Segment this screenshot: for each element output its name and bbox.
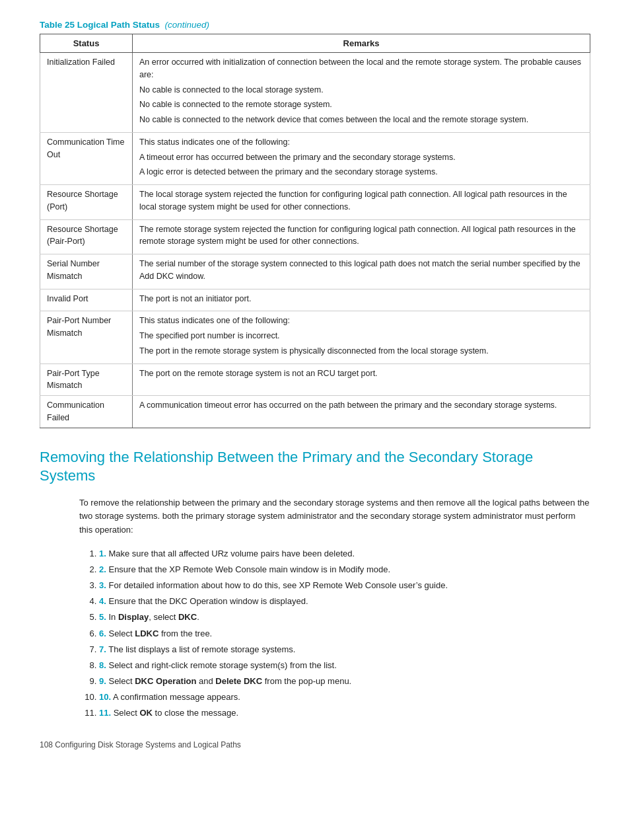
remarks-cell: The remote storage system rejected the f… <box>133 219 590 254</box>
status-cell: Initialization Failed <box>40 53 133 133</box>
remarks-cell: This status indicates one of the followi… <box>133 132 590 184</box>
status-column-header: Status <box>40 34 133 53</box>
status-cell: Invalid Port <box>40 289 133 311</box>
step-item: 10. A confirmation message appears. <box>99 690 590 705</box>
table-row: Communication FailedA communication time… <box>40 396 590 428</box>
step-number: 1. <box>99 549 106 558</box>
table-continued: (continued) <box>165 20 210 30</box>
status-cell: Communication Time Out <box>40 132 133 184</box>
table-row: Invalid PortThe port is not an initiator… <box>40 289 590 311</box>
table-title-text: Table 25 Logical Path Status <box>40 20 160 30</box>
section-heading: Removing the Relationship Between the Pr… <box>40 448 590 486</box>
remark-item: The port on the remote storage system is… <box>139 367 583 380</box>
step-number: 7. <box>99 644 106 654</box>
step-number: 9. <box>99 676 106 686</box>
remark-item: This status indicates one of the followi… <box>139 315 583 327</box>
remark-item: The port in the remote storage system is… <box>139 345 583 358</box>
remarks-cell: This status indicates one of the followi… <box>133 311 590 363</box>
remark-item: The specified port number is incorrect. <box>139 330 583 342</box>
remark-item: A logic error is detected between the pr… <box>139 166 583 178</box>
remark-item: The port is not an initiator port. <box>139 293 583 305</box>
section-body-text: To remove the relationship between the p… <box>40 496 590 537</box>
status-cell: Communication Failed <box>40 396 133 428</box>
remarks-cell: A communication timeout error has occurr… <box>133 396 590 428</box>
remark-item: The remote storage system rejected the f… <box>139 223 583 248</box>
step-number: 8. <box>99 660 106 670</box>
step-number: 10. <box>99 692 111 702</box>
step-number: 5. <box>99 612 106 622</box>
remark-item: The local storage system rejected the fu… <box>139 188 583 213</box>
step-number: 6. <box>99 629 106 638</box>
step-number: 2. <box>99 564 106 574</box>
table-row: Pair-Port Type MismatchThe port on the r… <box>40 363 590 396</box>
remarks-cell: The serial number of the storage system … <box>133 254 590 289</box>
remark-item: No cable is connected to the network dev… <box>139 114 583 126</box>
step-item: 6. Select LDKC from the tree. <box>99 627 590 641</box>
remark-item: This status indicates one of the followi… <box>139 136 583 149</box>
table-row: Initialization FailedAn error occurred w… <box>40 53 590 133</box>
remarks-cell: An error occurred with initialization of… <box>133 53 590 133</box>
step-item: 8. Select and right-click remote storage… <box>99 658 590 673</box>
remarks-cell: The local storage system rejected the fu… <box>133 185 590 220</box>
remark-item: The serial number of the storage system … <box>139 258 583 283</box>
remark-item: A communication timeout error has occurr… <box>139 399 583 412</box>
remark-item: No cable is connected to the remote stor… <box>139 98 583 111</box>
table-row: Resource Shortage (Pair-Port)The remote … <box>40 219 590 254</box>
status-cell: Pair-Port Number Mismatch <box>40 311 133 363</box>
remarks-column-header: Remarks <box>133 34 590 53</box>
step-number: 11. <box>99 708 111 718</box>
status-cell: Serial Number Mismatch <box>40 254 133 289</box>
step-item: 4. Ensure that the DKC Operation window … <box>99 594 590 609</box>
step-number: 4. <box>99 596 106 606</box>
step-item: 2. Ensure that the XP Remote Web Console… <box>99 562 590 577</box>
step-item: 1. Make sure that all affected URz volum… <box>99 547 590 561</box>
table-row: Communication Time OutThis status indica… <box>40 132 590 184</box>
remark-item: A timeout error has occurred between the… <box>139 151 583 164</box>
step-item: 5. In Display, select DKC. <box>99 610 590 625</box>
step-item: 11. Select OK to close the message. <box>99 706 590 720</box>
logical-path-status-table: Status Remarks Initialization FailedAn e… <box>40 34 590 428</box>
remarks-cell: The port on the remote storage system is… <box>133 363 590 396</box>
status-cell: Pair-Port Type Mismatch <box>40 363 133 396</box>
step-number: 3. <box>99 580 106 590</box>
remark-item: No cable is connected to the local stora… <box>139 84 583 96</box>
page-footer: 108 Configuring Disk Storage Systems and… <box>40 740 590 749</box>
remarks-cell: The port is not an initiator port. <box>133 289 590 311</box>
table-title: Table 25 Logical Path Status (continued) <box>40 20 590 30</box>
table-row: Pair-Port Number MismatchThis status ind… <box>40 311 590 363</box>
remark-item: An error occurred with initialization of… <box>139 56 583 81</box>
table-row: Serial Number MismatchThe serial number … <box>40 254 590 289</box>
table-row: Resource Shortage (Port)The local storag… <box>40 185 590 220</box>
steps-list: 1. Make sure that all affected URz volum… <box>40 547 590 720</box>
status-cell: Resource Shortage (Port) <box>40 185 133 220</box>
step-item: 3. For detailed information about how to… <box>99 578 590 593</box>
status-cell: Resource Shortage (Pair-Port) <box>40 219 133 254</box>
step-item: 9. Select DKC Operation and Delete DKC f… <box>99 674 590 689</box>
step-item: 7. The list displays a list of remote st… <box>99 642 590 657</box>
